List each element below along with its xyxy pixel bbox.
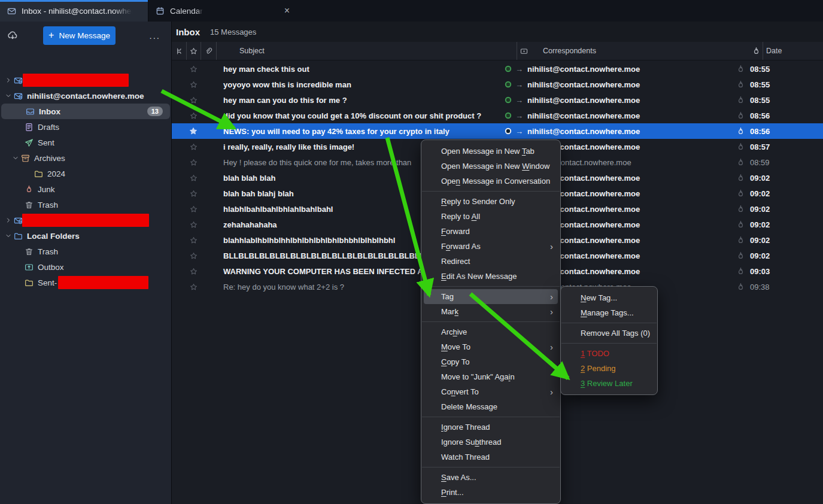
menu-item-new-tag[interactable]: New Tag... (561, 290, 657, 305)
sidebar-item-redacted[interactable] (0, 212, 171, 228)
new-message-button[interactable]: + New Message (43, 26, 116, 45)
menu-item-open-message-in-conversation[interactable]: Open Message in Conversation (421, 174, 560, 189)
junk-flame-icon[interactable] (734, 127, 747, 136)
menu-item-move-to[interactable]: Move To› (421, 339, 560, 354)
sidebar-item-archives[interactable]: Archives (0, 150, 171, 166)
menu-item-tag[interactable]: Tag› (424, 289, 558, 304)
menu-item-move-to-junk-again[interactable]: Move to "Junk" Again (421, 369, 560, 384)
menu-item-copy-to[interactable]: Copy To› (421, 354, 560, 369)
message-row[interactable]: yoyoyo wow this is incredible man→nihili… (172, 77, 823, 92)
column-attachment[interactable] (201, 42, 216, 60)
star-icon[interactable] (186, 81, 201, 89)
sidebar-item-2024[interactable]: 2024 (0, 166, 171, 181)
star-icon[interactable] (186, 283, 201, 291)
message-time: 08:57 (747, 142, 823, 151)
menu-item-watch-thread[interactable]: Watch Thread (421, 450, 560, 464)
junk-flame-icon[interactable] (734, 251, 747, 260)
sidebar-item-redacted[interactable] (0, 72, 171, 88)
menu-item-save-as[interactable]: Save As... (421, 470, 560, 485)
menu-item-3-review-later[interactable]: 3 Review Later (561, 376, 657, 391)
junk-flame-icon[interactable] (734, 158, 747, 167)
sidebar-item-trash[interactable]: Trash (0, 244, 171, 259)
junk-flame-icon[interactable] (734, 267, 747, 276)
more-options-button[interactable]: ... (145, 28, 164, 43)
junk-flame-icon[interactable] (734, 189, 747, 198)
chevron-right-icon[interactable] (4, 217, 13, 224)
message-row[interactable]: hey man can you do this for me ?→nihilis… (172, 92, 823, 108)
chevron-down-icon[interactable] (4, 92, 13, 99)
junk-flame-icon[interactable] (734, 142, 747, 151)
sidebar-item-sent-[interactable]: Sent- (0, 275, 171, 290)
chevron-down-icon[interactable] (11, 154, 20, 162)
get-messages-icon[interactable] (7, 30, 18, 41)
chevron-right-icon[interactable] (4, 77, 13, 84)
star-icon[interactable] (186, 96, 201, 104)
close-icon[interactable]: × (282, 5, 292, 16)
sidebar-item-drafts[interactable]: Drafts (0, 119, 171, 135)
menu-item-ignore-thread[interactable]: Ignore Thread (421, 420, 560, 435)
menu-item-remove-all-tags-0[interactable]: Remove All Tags (0) (561, 326, 657, 341)
sidebar-item-outbox[interactable]: Outbox (0, 259, 171, 275)
star-icon[interactable] (186, 221, 201, 229)
star-icon[interactable] (186, 268, 201, 275)
star-icon[interactable] (186, 190, 201, 198)
star-icon[interactable] (186, 205, 201, 213)
junk-flame-icon[interactable] (734, 80, 747, 89)
sidebar-item-trash[interactable]: Trash (0, 197, 171, 212)
column-date[interactable]: Date (763, 42, 823, 60)
sidebar-item-sent[interactable]: Sent (0, 135, 171, 150)
message-row[interactable]: hey man check this out→nihilist@contact.… (172, 61, 823, 77)
star-icon[interactable] (186, 143, 201, 151)
menu-item-delete-message[interactable]: Delete Message (421, 399, 560, 414)
junk-flame-icon[interactable] (734, 96, 747, 105)
message-row[interactable]: NEWS: you will need to pay 42% taxes for… (172, 123, 823, 139)
star-icon[interactable] (186, 65, 201, 73)
junk-flame-icon[interactable] (734, 174, 747, 183)
menu-item-forward[interactable]: Forward (421, 224, 560, 239)
menu-item-ignore-subthread[interactable]: Ignore Subthread (421, 435, 560, 450)
star-icon[interactable] (186, 127, 201, 135)
junk-flame-icon[interactable] (734, 236, 747, 245)
column-thread[interactable] (172, 42, 186, 60)
star-icon[interactable] (186, 112, 201, 120)
menu-item-archive[interactable]: Archive (421, 324, 560, 339)
column-correspondents[interactable]: Correspondents (543, 42, 749, 60)
menu-item-reply-to-all[interactable]: Reply to All (421, 209, 560, 224)
menu-item-label: Open Message in New Tab (441, 147, 535, 156)
column-subject[interactable]: Subject (216, 42, 517, 60)
chevron-down-icon[interactable] (4, 232, 13, 239)
sidebar-item-junk[interactable]: Junk (0, 181, 171, 197)
menu-item-forward-as[interactable]: Forward As› (421, 239, 560, 254)
sidebar-item-inbox[interactable]: Inbox13 (1, 104, 170, 119)
menu-item-open-message-in-new-window[interactable]: Open Message in New Window (421, 159, 560, 174)
menu-item-mark[interactable]: Mark› (421, 304, 560, 319)
junk-flame-icon[interactable] (734, 111, 747, 120)
menu-item-reply-to-sender-only[interactable]: Reply to Sender Only (421, 194, 560, 209)
menu-item-label: Open Message in New Window (441, 162, 549, 171)
tab-calendar[interactable]: Calendar × (148, 0, 299, 22)
column-junk-status[interactable] (749, 42, 763, 60)
tab-inbox[interactable]: Inbox - nihilist@contact.nowhere.moe (0, 0, 148, 22)
menu-item-redirect[interactable]: Redirect (421, 254, 560, 269)
menu-item-manage-tags[interactable]: Manage Tags... (561, 305, 657, 320)
column-read-status[interactable] (517, 42, 531, 60)
menu-item-convert-to[interactable]: Convert To› (421, 384, 560, 399)
junk-flame-icon[interactable] (734, 65, 747, 74)
column-starred[interactable] (186, 42, 201, 60)
junk-flame-icon[interactable] (734, 283, 747, 292)
menu-item-edit-as-new-message[interactable]: Edit As New Message (421, 269, 560, 284)
star-icon[interactable] (186, 252, 201, 260)
sidebar-item-local-folders[interactable]: Local Folders (0, 228, 171, 244)
message-correspondent: nihilist@contact.nowhere.moe (527, 96, 734, 105)
star-icon[interactable] (186, 236, 201, 244)
sidebar-item-nihilist-contact-nowhere-moe[interactable]: nihilist@contact.nowhere.moe (0, 88, 171, 104)
star-icon[interactable] (186, 174, 201, 182)
menu-item-1-todo[interactable]: 1 TODO (561, 346, 657, 361)
menu-item-open-message-in-new-tab[interactable]: Open Message in New Tab (421, 144, 560, 159)
star-icon[interactable] (186, 159, 201, 166)
junk-flame-icon[interactable] (734, 220, 747, 229)
menu-item-2-pending[interactable]: 2 Pending (561, 361, 657, 376)
message-row[interactable]: did you know that you could get a 10% di… (172, 108, 823, 123)
menu-item-print[interactable]: Print... (421, 485, 560, 500)
junk-flame-icon[interactable] (734, 205, 747, 214)
